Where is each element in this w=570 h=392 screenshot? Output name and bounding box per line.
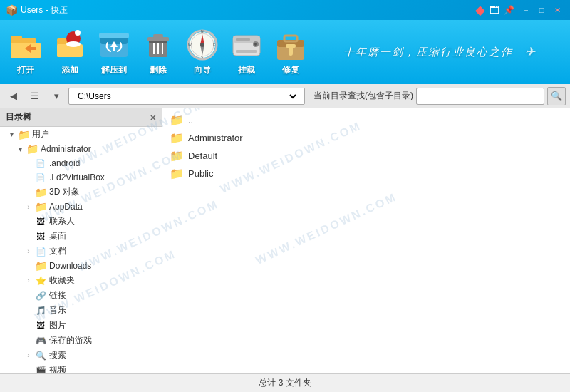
label-desktop: 桌面	[49, 230, 66, 242]
view-dropdown-button[interactable]: ▾	[47, 87, 66, 105]
nav-bar: ◀ ☰ ▾ C:\Users 当前目录查找(包含子目录) 🔍	[0, 84, 570, 108]
tree-item-music[interactable]: 🎵 音乐	[0, 303, 162, 318]
arrow-appdata: ›	[23, 203, 34, 211]
title-bar: 📦 Users - 快压 ◆ 🗔 📌 － □ ✕	[0, 0, 570, 20]
toolbar-add-button[interactable]: 添加	[51, 29, 88, 76]
repair-label: 修复	[282, 64, 299, 76]
svg-point-9	[75, 30, 81, 36]
icon-searches: 🔍	[34, 350, 47, 361]
folder-icon-downloads: 📁	[34, 260, 47, 272]
toolbar-extract-button[interactable]: 解压到	[95, 29, 133, 76]
right-panel[interactable]: 📁 .. 📁 Administrator 📁 Default 📁 Public	[162, 108, 570, 373]
file-icon-ld2: 📄	[34, 172, 47, 183]
icon-links: 🔗	[34, 290, 47, 301]
back-button[interactable]: ◀	[4, 87, 23, 105]
folder-icon-administrator: 📁	[26, 143, 38, 155]
delete-label: 删除	[150, 64, 167, 76]
open-label: 打开	[17, 64, 34, 76]
icon-favorites: ⭐	[34, 275, 47, 287]
label-ld2: .Ld2VirtualBox	[49, 172, 105, 182]
label-videos: 视频	[49, 364, 66, 373]
svg-rect-5	[57, 38, 67, 43]
list-view-button[interactable]: ☰	[26, 87, 44, 105]
icon-savedgames: 🎮	[34, 335, 47, 346]
close-button[interactable]: ✕	[550, 3, 564, 17]
tree-item-appdata[interactable]: › 📁 AppData	[0, 200, 162, 214]
tree-item-searches[interactable]: › 🔍 搜索	[0, 348, 162, 363]
diamond-icon: ◆	[475, 2, 485, 18]
add-label: 添加	[61, 64, 78, 76]
tree-item-downloads[interactable]: 📁 Downloads	[0, 259, 162, 273]
tree-item-3dobjects[interactable]: 📁 3D 对象	[0, 185, 162, 200]
panel-header: 目录树 ×	[0, 108, 162, 127]
path-select-input[interactable]: C:\Users	[75, 91, 299, 102]
extract-icon	[98, 29, 130, 61]
toolbar-repair-button[interactable]: 修复	[272, 29, 309, 76]
file-label-administrator: Administrator	[188, 133, 243, 143]
label-favorites: 收藏夹	[49, 274, 75, 287]
tree-item-ld2vbox[interactable]: 📄 .Ld2VirtualBox	[0, 170, 162, 185]
pin-icon[interactable]: 📌	[504, 5, 514, 15]
label-documents: 文档	[49, 245, 66, 257]
tree-item-favorites[interactable]: › ⭐ 收藏夹	[0, 273, 162, 288]
svg-text:N: N	[201, 29, 204, 33]
wizard-label: 向导	[194, 64, 211, 76]
label-users: 用户	[32, 128, 49, 140]
svg-point-25	[200, 43, 204, 47]
delete-icon	[142, 29, 175, 61]
icon-documents: 📄	[34, 246, 47, 257]
file-item-administrator[interactable]: 📁 Administrator	[165, 129, 567, 147]
toolbar-mount-button[interactable]: 挂载	[228, 29, 265, 76]
label-links: 链接	[49, 289, 66, 301]
folder-icon-3d: 📁	[34, 187, 47, 198]
minimize-button[interactable]: －	[519, 3, 533, 17]
extract-label: 解压到	[101, 64, 127, 76]
arrow-searches: ›	[23, 351, 34, 359]
tree-item-administrator[interactable]: ▾ 📁 Administrator	[0, 142, 162, 156]
tree-item-documents[interactable]: › 📄 文档	[0, 244, 162, 259]
search-input[interactable]	[416, 88, 544, 105]
tree-item-links[interactable]: 🔗 链接	[0, 288, 162, 303]
tree-item-savedgames[interactable]: 🎮 保存的游戏	[0, 333, 162, 348]
path-selector[interactable]: C:\Users	[68, 88, 305, 105]
label-searches: 搜索	[49, 349, 66, 361]
window-icon[interactable]: 🗔	[489, 4, 499, 16]
folder-icon-users: 📁	[17, 129, 30, 140]
label-android: .android	[49, 158, 80, 168]
toolbar-wizard-button[interactable]: N S E W 向导	[184, 29, 221, 76]
tree-item-android[interactable]: 📄 .android	[0, 156, 162, 170]
icon-music: 🎵	[34, 305, 47, 316]
panel-title: 目录树	[6, 111, 31, 123]
tree-item-users[interactable]: ▾ 📁 用户	[0, 127, 162, 142]
maximize-button[interactable]: □	[534, 3, 549, 17]
file-label-parent: ..	[188, 115, 193, 125]
file-item-parent[interactable]: 📁 ..	[165, 111, 567, 129]
arrow-users: ▾	[6, 130, 17, 138]
panel-close-button[interactable]: ×	[150, 112, 156, 123]
toolbar-open-button[interactable]: 打开	[7, 29, 44, 76]
tree-item-contacts[interactable]: 🖼 联系人	[0, 214, 162, 229]
window-title: Users - 快压	[21, 4, 293, 16]
tree-item-videos[interactable]: 🎬 视频	[0, 363, 162, 373]
file-icon-android: 📄	[34, 158, 47, 169]
label-savedgames: 保存的游戏	[49, 334, 92, 346]
search-label: 当前目录查找(包含子目录)	[314, 90, 413, 102]
left-panel: 目录树 × ▾ 📁 用户 ▾ 📁 Administrator 📄 .andr	[0, 108, 162, 373]
directory-tree[interactable]: ▾ 📁 用户 ▾ 📁 Administrator 📄 .android 📄	[0, 127, 162, 373]
window-controls[interactable]: － □ ✕	[519, 3, 564, 17]
folder-icon-public: 📁	[170, 167, 184, 180]
svg-rect-35	[236, 50, 257, 53]
svg-point-8	[66, 41, 81, 47]
repair-icon	[274, 29, 307, 61]
tree-item-pictures[interactable]: 🖼 图片	[0, 318, 162, 333]
label-appdata: AppData	[49, 202, 83, 212]
tree-item-desktop[interactable]: 🖼 桌面	[0, 229, 162, 244]
file-item-public[interactable]: 📁 Public	[165, 165, 567, 182]
icon-desktop: 🖼	[34, 231, 47, 242]
toolbar-delete-button[interactable]: 删除	[140, 29, 177, 76]
file-item-default[interactable]: 📁 Default	[165, 147, 567, 165]
icon-videos: 🎬	[34, 365, 47, 374]
search-button[interactable]: 🔍	[547, 87, 566, 105]
svg-rect-38	[284, 36, 297, 41]
svg-rect-40	[286, 44, 296, 48]
